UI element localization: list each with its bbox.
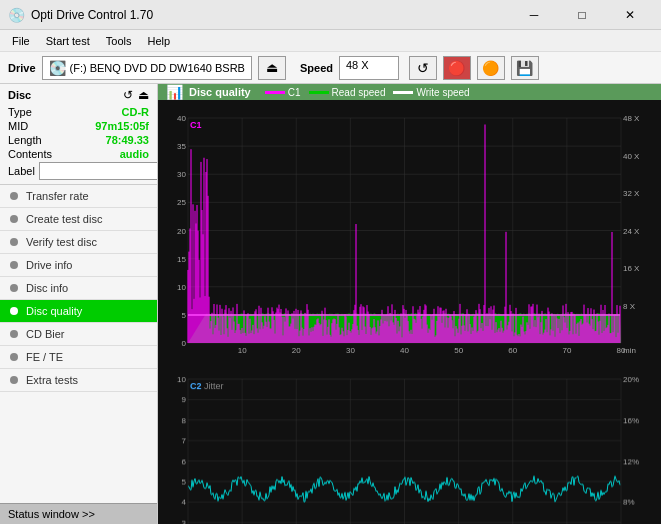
nav-fe-te[interactable]: FE / TE bbox=[0, 346, 157, 369]
disc-length-label: Length bbox=[8, 134, 42, 146]
menu-help[interactable]: Help bbox=[139, 33, 178, 49]
legend-write-color bbox=[393, 91, 413, 94]
minimize-button[interactable]: ─ bbox=[511, 0, 557, 30]
disc-eject-icon[interactable]: ⏏ bbox=[138, 88, 149, 102]
nav-dot bbox=[10, 353, 18, 361]
chart-header: 📊 Disc quality C1 Read speed Write speed bbox=[158, 84, 661, 100]
disc-title: Disc bbox=[8, 89, 31, 101]
nav-label: CD Bier bbox=[26, 328, 65, 340]
charts-area bbox=[158, 100, 661, 524]
speed-value: 48 X bbox=[346, 59, 369, 71]
nav-label: Create test disc bbox=[26, 213, 102, 225]
nav-dot bbox=[10, 307, 18, 315]
disc-contents-row: Contents audio bbox=[8, 148, 149, 160]
disc-mid-row: MID 97m15:05f bbox=[8, 120, 149, 132]
nav-verify-test-disc[interactable]: Verify test disc bbox=[0, 231, 157, 254]
menu-bar: File Start test Tools Help bbox=[0, 30, 661, 52]
main-layout: Disc ↺ ⏏ Type CD-R MID 97m15:05f Length … bbox=[0, 84, 661, 524]
nav-extra-tests[interactable]: Extra tests bbox=[0, 369, 157, 392]
disc-label-row: Label ▶ bbox=[8, 162, 149, 180]
refresh-button[interactable]: ↺ bbox=[409, 56, 437, 80]
drive-select-text: (F:) BENQ DVD DD DW1640 BSRB bbox=[70, 62, 245, 74]
c1-chart bbox=[158, 100, 661, 361]
nav-dot bbox=[10, 376, 18, 384]
disc-type-label: Type bbox=[8, 106, 32, 118]
nav-dot bbox=[10, 238, 18, 246]
nav-dot bbox=[10, 330, 18, 338]
orange-button[interactable]: 🟠 bbox=[477, 56, 505, 80]
drive-select-icon: 💽 bbox=[49, 60, 66, 76]
eject-button[interactable]: ⏏ bbox=[258, 56, 286, 80]
nav-disc-quality[interactable]: Disc quality bbox=[0, 300, 157, 323]
disc-label-label: Label bbox=[8, 165, 35, 177]
nav-menu: Transfer rate Create test disc Verify te… bbox=[0, 185, 157, 503]
disc-contents-label: Contents bbox=[8, 148, 52, 160]
status-window-label: Status window >> bbox=[8, 508, 95, 520]
chart-title: Disc quality bbox=[189, 86, 251, 98]
app-icon: 💿 bbox=[8, 7, 25, 23]
left-panel: Disc ↺ ⏏ Type CD-R MID 97m15:05f Length … bbox=[0, 84, 158, 524]
nav-label: Drive info bbox=[26, 259, 72, 271]
legend-write: Write speed bbox=[393, 87, 469, 98]
maximize-button[interactable]: □ bbox=[559, 0, 605, 30]
legend-c1: C1 bbox=[265, 87, 301, 98]
speed-select[interactable]: 48 X bbox=[339, 56, 399, 80]
disc-length-value: 78:49.33 bbox=[106, 134, 149, 146]
drive-bar: Drive 💽 (F:) BENQ DVD DD DW1640 BSRB ⏏ S… bbox=[0, 52, 661, 84]
disc-section: Disc ↺ ⏏ Type CD-R MID 97m15:05f Length … bbox=[0, 84, 157, 185]
nav-label: Disc quality bbox=[26, 305, 82, 317]
chart-legend: C1 Read speed Write speed bbox=[265, 87, 470, 98]
legend-c1-label: C1 bbox=[288, 87, 301, 98]
disc-contents-value: audio bbox=[120, 148, 149, 160]
drive-select[interactable]: 💽 (F:) BENQ DVD DD DW1640 BSRB bbox=[42, 56, 252, 80]
disc-refresh-icon[interactable]: ↺ bbox=[123, 88, 133, 102]
c2-jitter-chart bbox=[158, 361, 661, 524]
disc-length-row: Length 78:49.33 bbox=[8, 134, 149, 146]
app-title: Opti Drive Control 1.70 bbox=[31, 8, 511, 22]
legend-write-label: Write speed bbox=[416, 87, 469, 98]
legend-c1-color bbox=[265, 91, 285, 94]
nav-cd-bier[interactable]: CD Bier bbox=[0, 323, 157, 346]
menu-tools[interactable]: Tools bbox=[98, 33, 140, 49]
disc-type-value: CD-R bbox=[122, 106, 150, 118]
eject-icon: ⏏ bbox=[266, 60, 278, 75]
nav-dot bbox=[10, 215, 18, 223]
speed-label: Speed bbox=[300, 62, 333, 74]
disc-label-input[interactable] bbox=[39, 162, 158, 180]
title-bar: 💿 Opti Drive Control 1.70 ─ □ ✕ bbox=[0, 0, 661, 30]
red-button[interactable]: 🔴 bbox=[443, 56, 471, 80]
legend-read-color bbox=[309, 91, 329, 94]
legend-read-label: Read speed bbox=[332, 87, 386, 98]
nav-label: Disc info bbox=[26, 282, 68, 294]
nav-drive-info[interactable]: Drive info bbox=[0, 254, 157, 277]
nav-create-test-disc[interactable]: Create test disc bbox=[0, 208, 157, 231]
right-panel: 📊 Disc quality C1 Read speed Write speed bbox=[158, 84, 661, 524]
nav-disc-info[interactable]: Disc info bbox=[0, 277, 157, 300]
status-window[interactable]: Status window >> bbox=[0, 503, 157, 524]
nav-label: Transfer rate bbox=[26, 190, 89, 202]
nav-dot bbox=[10, 284, 18, 292]
menu-file[interactable]: File bbox=[4, 33, 38, 49]
disc-mid-value: 97m15:05f bbox=[95, 120, 149, 132]
nav-label: Extra tests bbox=[26, 374, 78, 386]
chart-header-icon: 📊 bbox=[166, 84, 183, 100]
legend-read: Read speed bbox=[309, 87, 386, 98]
window-controls: ─ □ ✕ bbox=[511, 0, 653, 30]
nav-label: FE / TE bbox=[26, 351, 63, 363]
close-button[interactable]: ✕ bbox=[607, 0, 653, 30]
nav-dot bbox=[10, 261, 18, 269]
menu-starttest[interactable]: Start test bbox=[38, 33, 98, 49]
disc-mid-label: MID bbox=[8, 120, 28, 132]
nav-transfer-rate[interactable]: Transfer rate bbox=[0, 185, 157, 208]
nav-label: Verify test disc bbox=[26, 236, 97, 248]
nav-dot bbox=[10, 192, 18, 200]
drive-label: Drive bbox=[8, 62, 36, 74]
disc-type-row: Type CD-R bbox=[8, 106, 149, 118]
save-button[interactable]: 💾 bbox=[511, 56, 539, 80]
